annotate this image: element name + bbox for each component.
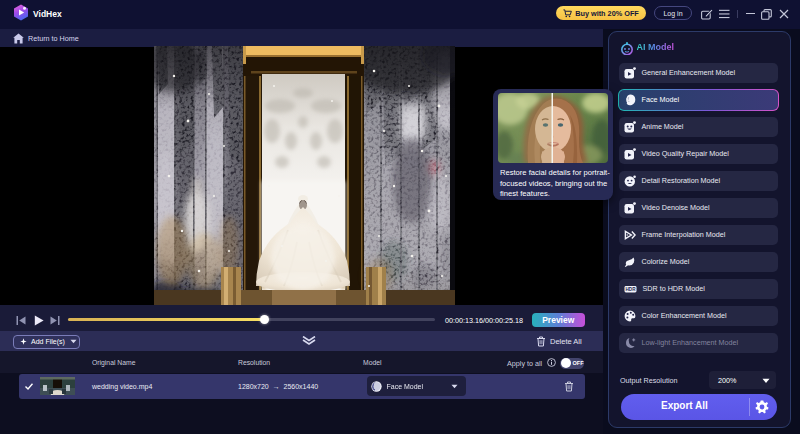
- svg-text:HDR: HDR: [625, 287, 636, 292]
